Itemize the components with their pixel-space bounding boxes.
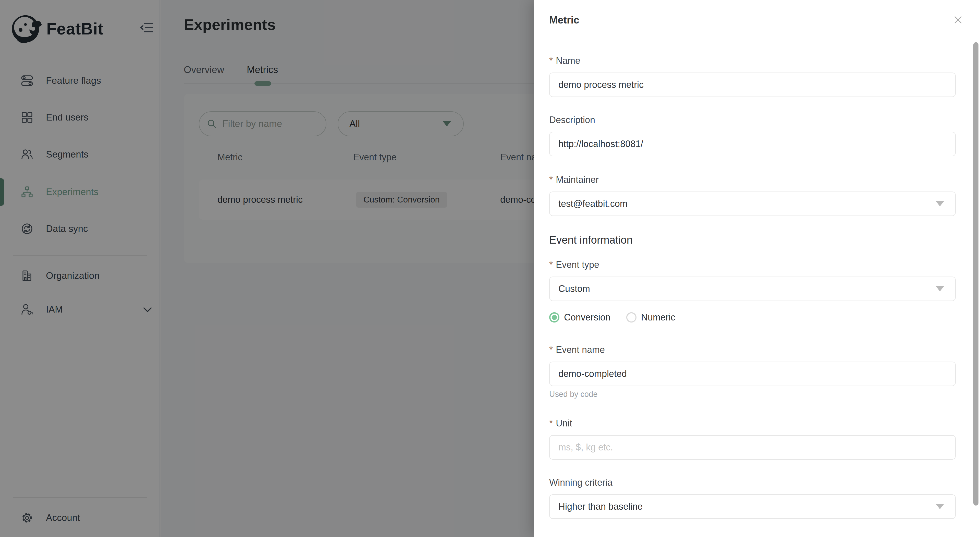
event-name-label: * Event name [549,344,956,356]
event-type-select[interactable]: Custom [549,277,956,301]
drawer-backdrop[interactable] [0,0,534,537]
dropdown-caret-icon [936,286,944,292]
unit-label: * Unit [549,417,956,430]
required-marker: * [549,56,553,66]
dropdown-caret-icon [936,504,944,509]
required-marker: * [549,344,553,355]
name-field[interactable] [549,73,956,97]
event-type-value: Custom [558,284,590,294]
description-label: Description [549,114,956,126]
dropdown-caret-icon [936,201,944,206]
description-field[interactable] [549,132,956,156]
winning-criteria-label: Winning criteria [549,476,956,489]
winning-criteria-value: Higher than baseline [558,501,643,512]
radio-numeric[interactable] [626,312,636,322]
maintainer-value: test@featbit.com [558,198,628,209]
metric-form: * Name Description * Maintainer test@fea… [549,41,956,519]
metric-drawer: Metric * Name Description * Maintainer t… [534,0,980,537]
radio-conversion-label[interactable]: Conversion [564,312,611,323]
radio-dot [552,315,557,320]
maintainer-label: * Maintainer [549,174,956,186]
radio-conversion[interactable] [549,312,559,322]
required-marker: * [549,260,553,270]
event-name-hint: Used by code [549,390,956,399]
required-marker: * [549,418,553,429]
event-kind-radio-group: Conversion Numeric [549,311,956,323]
event-information-heading: Event information [549,234,956,247]
event-name-field[interactable] [549,362,956,386]
featbit-app: FeatBit Feature flags End users [0,0,980,537]
event-type-label: * Event type [549,259,956,271]
unit-field[interactable] [549,435,956,460]
maintainer-select[interactable]: test@featbit.com [549,191,956,216]
drawer-scrollbar[interactable] [974,42,978,505]
name-label: * Name [549,55,956,67]
winning-criteria-select[interactable]: Higher than baseline [549,494,956,519]
required-marker: * [549,174,553,185]
drawer-title: Metric [549,14,579,26]
radio-numeric-label[interactable]: Numeric [641,312,675,323]
drawer-header: Metric [534,0,980,41]
close-icon[interactable] [953,14,964,25]
